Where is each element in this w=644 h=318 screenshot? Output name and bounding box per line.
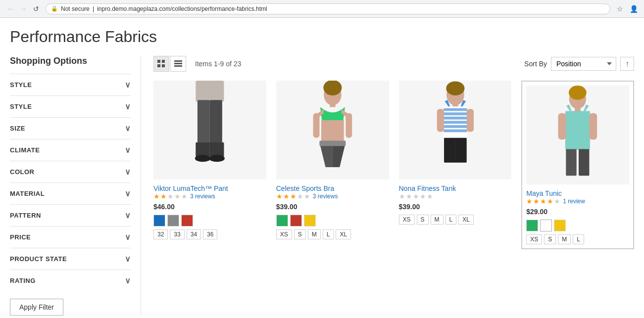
- review-count-2[interactable]: 3 reviews: [313, 193, 338, 200]
- filter-rating: RATING ∨: [10, 270, 131, 291]
- filter-header-style1[interactable]: STYLE ∨: [10, 74, 131, 95]
- filter-header-product-state[interactable]: PRODUCT STATE ∨: [10, 248, 131, 270]
- product-name-3[interactable]: Nona Fitness Tank: [399, 184, 456, 192]
- swatch-1-red[interactable]: [181, 215, 193, 227]
- sort-select[interactable]: Position Product Name Price: [551, 57, 616, 71]
- svg-rect-41: [566, 149, 577, 176]
- filter-label-style2: STYLE: [10, 103, 32, 110]
- toolbar: Items 1-9 of 23 Sort By Position Product…: [153, 56, 634, 72]
- size-36[interactable]: 36: [203, 229, 217, 239]
- products-area: Items 1-9 of 23 Sort By Position Product…: [141, 56, 634, 316]
- filter-header-material[interactable]: MATERIAL ∨: [10, 183, 131, 204]
- svg-rect-38: [565, 111, 590, 150]
- size-33[interactable]: 33: [170, 229, 184, 239]
- size-l-3[interactable]: L: [446, 215, 457, 225]
- star-4-3: ★: [540, 197, 546, 205]
- product-image-2[interactable]: [276, 81, 389, 180]
- filter-style1: STYLE ∨: [10, 74, 131, 95]
- size-l-2[interactable]: L: [323, 229, 334, 239]
- size-xl-2[interactable]: XL: [336, 229, 351, 239]
- profile-button[interactable]: 👤: [628, 3, 639, 14]
- size-s-3[interactable]: S: [417, 215, 429, 225]
- color-swatches-2: [276, 215, 389, 227]
- product-name-4[interactable]: Maya Tunic: [526, 189, 562, 197]
- address-bar[interactable]: 🔒 Not secure | inpro.demo.mageplaza.com/…: [46, 3, 610, 14]
- main-content: Shopping Options STYLE ∨ STYLE ∨ SIZE ∨: [10, 56, 634, 316]
- chevron-down-icon-3: ∨: [125, 124, 131, 133]
- chevron-down-icon-7: ∨: [125, 211, 131, 220]
- star-1-5: ★: [181, 192, 188, 200]
- filter-header-style2[interactable]: STYLE ∨: [10, 96, 131, 117]
- chevron-down-icon-5: ∨: [125, 167, 131, 177]
- size-m-3[interactable]: M: [431, 215, 444, 225]
- filter-header-climate[interactable]: CLIMATE ∨: [10, 139, 131, 161]
- items-count: Items 1-9 of 23: [195, 60, 241, 68]
- star-4-4: ★: [547, 197, 553, 205]
- swatch-4-yellow[interactable]: [554, 220, 566, 231]
- chevron-down-icon-9: ∨: [125, 254, 131, 264]
- filter-color: COLOR ∨: [10, 161, 131, 182]
- size-m-4[interactable]: M: [558, 234, 571, 244]
- stars-2: ★ ★ ★ ★ ★: [276, 192, 310, 200]
- chevron-down-icon-10: ∨: [125, 276, 131, 285]
- filter-label-size: SIZE: [10, 125, 25, 132]
- product-image-1[interactable]: [153, 81, 266, 180]
- svg-rect-39: [558, 113, 566, 140]
- swatch-2-yellow[interactable]: [304, 215, 316, 227]
- sort-label: Sort By: [524, 60, 547, 68]
- filter-header-price[interactable]: PRICE ∨: [10, 227, 131, 248]
- sort-direction-button[interactable]: ↑: [620, 57, 634, 71]
- apply-filter-button[interactable]: Apply Filter: [10, 299, 63, 316]
- swatch-1-gray[interactable]: [167, 215, 179, 227]
- svg-rect-8: [198, 100, 210, 146]
- filter-header-color[interactable]: COLOR ∨: [10, 161, 131, 182]
- size-xs-2[interactable]: XS: [276, 229, 292, 239]
- star-4-5: ★: [554, 197, 560, 205]
- svg-rect-20: [319, 140, 346, 146]
- back-button[interactable]: ←: [5, 3, 16, 14]
- swatch-1-blue[interactable]: [153, 215, 165, 227]
- swatch-2-green[interactable]: [276, 215, 288, 227]
- reload-button[interactable]: ↺: [31, 3, 42, 14]
- size-l-4[interactable]: L: [573, 234, 584, 244]
- swatch-4-white[interactable]: [540, 220, 552, 231]
- size-xs-3[interactable]: XS: [399, 215, 415, 225]
- size-s-2[interactable]: S: [294, 229, 306, 239]
- svg-rect-32: [466, 109, 473, 132]
- product-name-2[interactable]: Celeste Sports Bra: [276, 184, 335, 192]
- product-img-svg-1: [153, 81, 266, 180]
- bookmark-button[interactable]: ☆: [614, 3, 625, 14]
- svg-rect-29: [444, 125, 467, 128]
- list-view-button[interactable]: [170, 56, 186, 72]
- size-swatches-1: 32 33 34 36: [153, 229, 266, 239]
- star-3-2: ★: [406, 192, 412, 200]
- product-image-4[interactable]: [526, 86, 629, 184]
- swatch-2-red[interactable]: [290, 215, 302, 227]
- size-m-2[interactable]: M: [308, 229, 321, 239]
- star-1-1: ★: [153, 192, 160, 200]
- size-34[interactable]: 34: [187, 229, 201, 239]
- size-xl-3[interactable]: XL: [458, 215, 474, 225]
- size-s-4[interactable]: S: [544, 234, 556, 244]
- list-view-icon: [174, 60, 182, 68]
- grid-view-button[interactable]: [153, 56, 169, 72]
- review-count-4[interactable]: 1 review: [563, 198, 585, 205]
- filter-product-state: PRODUCT STATE ∨: [10, 248, 131, 270]
- svg-rect-37: [575, 107, 580, 112]
- svg-point-15: [323, 81, 342, 95]
- product-image-3[interactable]: [399, 81, 512, 180]
- product-name-1[interactable]: Viktor LumaTech™ Pant: [153, 184, 228, 192]
- size-32[interactable]: 32: [153, 229, 168, 239]
- svg-rect-30: [444, 130, 467, 133]
- filter-header-rating[interactable]: RATING ∨: [10, 270, 131, 291]
- size-xs-4[interactable]: XS: [526, 234, 542, 244]
- filter-header-pattern[interactable]: PATTERN ∨: [10, 205, 131, 226]
- color-swatches-1: [153, 215, 266, 227]
- swatch-4-green[interactable]: [526, 220, 538, 231]
- forward-button[interactable]: →: [18, 3, 29, 14]
- star-3-4: ★: [420, 192, 426, 200]
- filter-header-size[interactable]: SIZE ∨: [10, 118, 131, 139]
- svg-rect-10: [196, 142, 210, 157]
- filter-pattern: PATTERN ∨: [10, 204, 131, 226]
- review-count-1[interactable]: 3 reviews: [190, 193, 215, 200]
